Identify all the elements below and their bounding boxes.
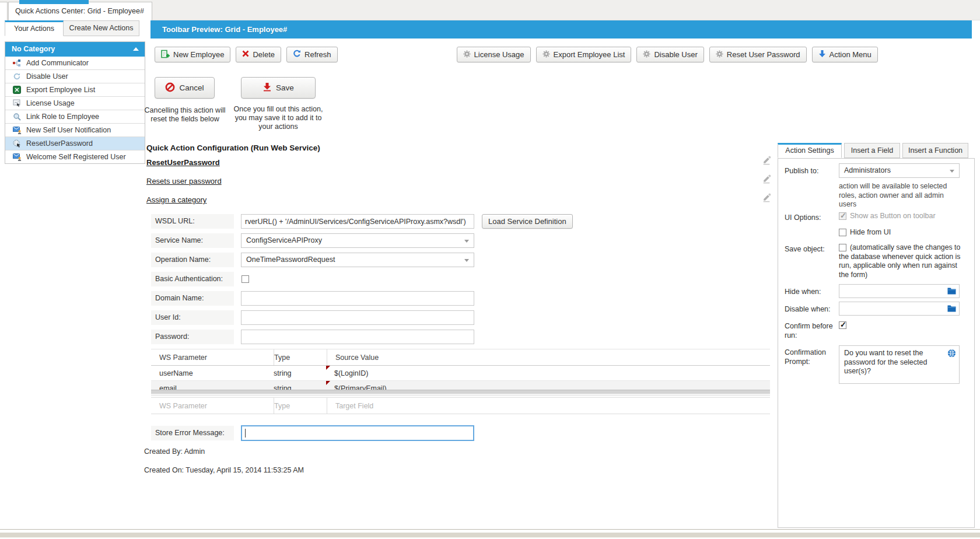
assign-category-link[interactable]: Assign a category [146,195,206,204]
list-item-disable-user[interactable]: Disable User [5,70,145,83]
window-tab[interactable]: Quick Actions Center: Grid - Employee# [8,2,152,20]
store-error-message-input[interactable] [241,425,474,441]
type-cell: string [274,366,326,380]
button-label: Action Menu [830,50,872,59]
collapse-arrow-icon[interactable] [133,47,139,51]
edit-description-pencil-icon[interactable] [762,174,771,184]
folder-icon[interactable] [947,287,956,296]
folder-icon[interactable] [947,304,956,314]
save-object-label: Save object: [785,244,825,254]
basic-authentication-label: Basic Authentication: [151,272,234,286]
column-header: Type [274,349,327,365]
confirm-before-run-label: Confirm before run: [785,321,837,340]
background-tab-stub[interactable] [0,2,8,20]
load-service-definition-button[interactable]: Load Service Definition [482,214,573,229]
toolbar-preview: New Employee Delete Refresh License Usag… [150,47,972,62]
list-item-new-self-user-notification[interactable]: New Self User Notification [5,124,145,137]
wsdl-url-input[interactable] [241,214,474,229]
publish-to-label: Publish to: [785,166,818,176]
operation-name-select[interactable]: OneTimePasswordRequest [241,253,474,267]
license-usage-button[interactable]: License Usage [457,47,531,62]
toolbar-preview-header: Toolbar Preview: Grid - Employee# [150,20,972,38]
list-item-label: Add Communicator [26,59,89,67]
edited-flag-icon [326,366,330,370]
column-header: Target Field [327,398,770,414]
edit-name-pencil-icon[interactable] [762,156,771,165]
tab-create-new-actions[interactable]: Create New Actions [63,20,139,36]
list-item-resetuserpassword[interactable]: ResetUserPassword [5,137,145,150]
tab-insert-a-field[interactable]: Insert a Field [844,143,900,158]
refresh-arrows-icon [12,72,22,80]
gear-icon [643,50,650,60]
tab-insert-a-function[interactable]: Insert a Function [902,143,968,158]
action-description-link[interactable]: Resets user password [146,177,222,186]
cancel-button[interactable]: Cancel [155,77,215,99]
service-name-label: Service Name: [151,233,234,248]
publish-to-select[interactable]: Administrators [839,163,960,178]
list-item-label: Link Role to Employee [26,113,99,121]
chevron-down-icon [464,240,469,243]
edited-flag-icon [326,381,330,385]
chevron-down-icon [464,259,469,262]
created-by-text: Created By: Admin [144,447,205,456]
user-id-input[interactable] [241,310,474,325]
reset-user-password-button[interactable]: Reset User Password [709,47,807,62]
list-item-license-usage[interactable]: License Usage [5,97,145,110]
list-item-welcome-self-registered-user[interactable]: Welcome Self Registered User [5,150,145,163]
gear-icon [542,50,550,60]
operation-name-label: Operation Name: [151,253,234,267]
show-as-button-option: Show as Button on toolbar [839,212,936,220]
source-value-cell[interactable]: $(LoginID) [326,366,770,380]
column-header: Type [274,398,327,414]
selected-value: ConfigServiceAPIProxy [246,236,322,244]
refresh-button[interactable]: Refresh [286,47,338,62]
confirm-before-run-checkbox[interactable] [839,321,846,329]
save-icon [262,82,272,93]
disable-when-input[interactable] [839,302,960,316]
save-caption: Once you fill out this action, you may s… [231,105,326,131]
action-menu-button[interactable]: Action Menu [812,47,878,62]
basic-authentication-checkbox[interactable] [242,275,249,283]
button-label: Cancel [179,83,204,92]
delete-button[interactable]: Delete [236,47,281,62]
list-item-export-employee-list[interactable]: Export Employee List [5,83,145,97]
cancel-caption: Cancelling this action will reset the fi… [144,106,226,124]
tab-your-actions[interactable]: Your Actions [5,20,64,36]
hide-from-ui-checkbox[interactable] [839,229,846,236]
password-label: Password: [151,330,234,344]
table-row[interactable]: userName string $(LoginID) [151,366,770,381]
table-horizontal-scrollbar[interactable] [151,390,770,394]
button-label: Delete [253,50,275,59]
save-object-checkbox[interactable] [839,244,846,251]
checkbox-label: Hide from UI [850,228,891,236]
ui-options-label: UI Options: [785,213,821,222]
disable-when-label: Disable when: [785,304,831,314]
category-header[interactable]: No Category [5,42,145,57]
password-input[interactable] [241,330,474,344]
save-button[interactable]: Save [241,77,316,99]
action-name-link[interactable]: ResetUserPassword [146,158,220,167]
globe-icon[interactable] [947,349,956,360]
table-row[interactable]: email string $(PrimaryEmail) [151,381,770,396]
magnifier-icon [12,113,22,121]
list-item-label: Disable User [26,72,68,80]
list-item-label: ResetUserPassword [26,139,93,148]
hide-when-input[interactable] [839,284,960,298]
confirmation-prompt-input[interactable]: Do you want to reset the password for th… [839,345,960,384]
domain-name-label: Domain Name: [151,291,234,306]
edit-category-pencil-icon[interactable] [762,193,771,202]
domain-name-input[interactable] [241,291,474,306]
disable-user-button[interactable]: Disable User [636,47,704,62]
tab-action-settings[interactable]: Action Settings [778,143,842,158]
publish-to-help: action will be available to selected rol… [839,182,963,209]
list-item-add-communicator[interactable]: Add Communicator [5,57,145,70]
ws-target-table: WS Parameter Type Target Field [151,397,770,414]
list-item-link-role-to-employee[interactable]: Link Role to Employee [5,110,145,124]
checkbox-label: Show as Button on toolbar [850,212,936,220]
export-employee-list-button[interactable]: Export Employee List [536,47,632,62]
service-name-select[interactable]: ConfigServiceAPIProxy [241,233,474,248]
list-item-label: License Usage [26,99,75,107]
hide-from-ui-option[interactable]: Hide from UI [839,228,891,237]
selected-value: Administrators [844,166,891,174]
new-employee-button[interactable]: New Employee [155,47,230,62]
